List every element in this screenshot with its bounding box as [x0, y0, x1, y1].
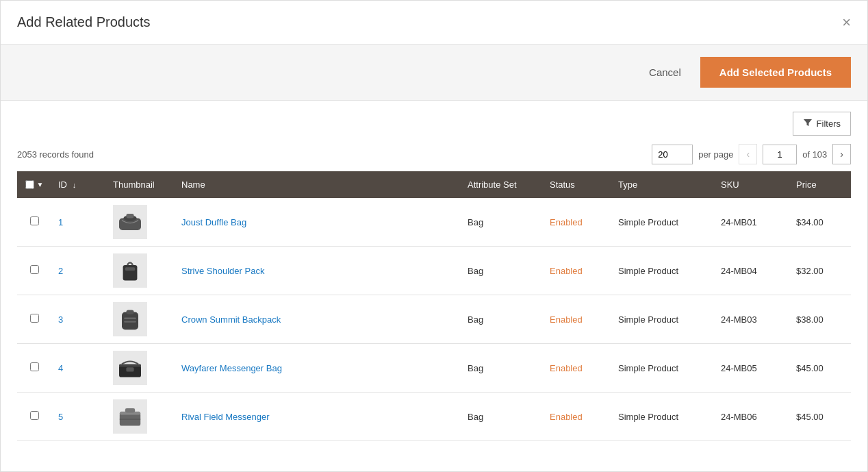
svg-rect-7 [124, 318, 136, 319]
row-attribute-set: Bag [461, 295, 543, 344]
row-price: $45.00 [789, 344, 851, 393]
row-thumbnail [106, 344, 175, 393]
row-thumbnail [106, 393, 175, 441]
close-button[interactable]: × [842, 15, 851, 30]
row-status: Enabled [543, 247, 611, 295]
row-price: $32.00 [789, 247, 851, 295]
row-price: $45.00 [789, 393, 851, 441]
th-status: Status [543, 171, 611, 198]
table-row: 3 Crown Summit Backpack Bag Enabled Simp… [17, 295, 851, 344]
row-price: $38.00 [789, 295, 851, 344]
svg-rect-6 [126, 310, 133, 314]
product-name-link[interactable]: Joust Duffle Bag [181, 217, 246, 227]
row-status: Enabled [543, 393, 611, 441]
filters-label: Filters [817, 119, 841, 129]
row-thumbnail [106, 247, 175, 295]
th-attribute-set: Attribute Set [461, 171, 543, 198]
page-number-input[interactable] [763, 145, 797, 164]
row-checkbox-5[interactable] [30, 411, 39, 420]
thumbnail-image [113, 253, 147, 288]
row-sku: 24-MB01 [714, 198, 789, 247]
modal-title: Add Related Products [17, 14, 151, 30]
thumbnail-image [113, 351, 147, 385]
th-name: Name [175, 171, 461, 198]
row-id: 4 [51, 344, 106, 393]
row-checkbox-cell [17, 198, 51, 247]
filters-button[interactable]: Filters [793, 112, 851, 136]
cancel-button[interactable]: Cancel [638, 61, 692, 84]
th-sku: SKU [714, 171, 789, 198]
row-checkbox-3[interactable] [30, 314, 39, 323]
row-sku: 24-MB04 [714, 247, 789, 295]
svg-rect-2 [126, 214, 133, 218]
row-id: 5 [51, 393, 106, 441]
per-page-select[interactable]: 20 50 100 [652, 145, 693, 164]
row-name: Rival Field Messenger [175, 393, 461, 441]
row-checkbox-cell [17, 247, 51, 295]
top-controls: Filters [17, 112, 851, 136]
th-checkbox: ▼ [17, 171, 51, 198]
thumbnail-image [113, 205, 147, 239]
products-table: ▼ ID ↓ Thumbnail Name Attribute Set Stat… [17, 171, 851, 441]
row-checkbox-cell [17, 393, 51, 441]
row-thumbnail [106, 295, 175, 344]
row-attribute-set: Bag [461, 393, 543, 441]
row-name: Joust Duffle Bag [175, 198, 461, 247]
row-attribute-set: Bag [461, 344, 543, 393]
row-checkbox-cell [17, 344, 51, 393]
product-name-link[interactable]: Strive Shoulder Pack [181, 266, 264, 276]
row-attribute-set: Bag [461, 247, 543, 295]
add-selected-products-button[interactable]: Add Selected Products [700, 57, 851, 88]
prev-page-button[interactable]: ‹ [739, 144, 757, 164]
row-status: Enabled [543, 344, 611, 393]
pagination-bar: 2053 records found 20 50 100 per page ‹ … [17, 144, 851, 164]
table-header-row: ▼ ID ↓ Thumbnail Name Attribute Set Stat… [17, 171, 851, 198]
thumbnail-image [113, 399, 147, 434]
of-pages-label: of 103 [802, 149, 827, 160]
row-name: Strive Shoulder Pack [175, 247, 461, 295]
table-row: 1 Joust Duffle Bag Bag Enabled Simple Pr… [17, 198, 851, 247]
svg-rect-8 [124, 321, 136, 322]
table-row: 5 Rival Field Messenger Bag Enabled Simp… [17, 393, 851, 441]
row-name: Wayfarer Messenger Bag [175, 344, 461, 393]
row-checkbox-4[interactable] [30, 362, 39, 371]
row-type: Simple Product [611, 393, 714, 441]
th-thumbnail: Thumbnail [106, 171, 175, 198]
content-area: Filters 2053 records found 20 50 100 per… [1, 101, 867, 452]
svg-rect-11 [126, 367, 133, 371]
th-type: Type [611, 171, 714, 198]
product-name-link[interactable]: Wayfarer Messenger Bag [181, 363, 282, 373]
row-sku: 24-MB05 [714, 344, 789, 393]
modal-toolbar: Cancel Add Selected Products [1, 45, 867, 101]
product-name-link[interactable]: Rival Field Messenger [181, 412, 270, 422]
row-id: 3 [51, 295, 106, 344]
svg-rect-4 [125, 267, 135, 271]
row-id: 2 [51, 247, 106, 295]
row-type: Simple Product [611, 295, 714, 344]
th-price: Price [789, 171, 851, 198]
records-found: 2053 records found [17, 149, 94, 160]
svg-rect-14 [125, 408, 135, 412]
row-thumbnail [106, 198, 175, 247]
select-all-checkbox[interactable] [25, 180, 34, 189]
row-checkbox-1[interactable] [30, 216, 39, 225]
product-name-link[interactable]: Crown Summit Backpack [181, 314, 281, 325]
row-type: Simple Product [611, 247, 714, 295]
th-id[interactable]: ID ↓ [51, 171, 106, 198]
row-sku: 24-MB03 [714, 295, 789, 344]
next-page-button[interactable]: › [832, 144, 851, 164]
per-page-label: per page [698, 149, 733, 160]
table-row: 4 Wayfarer Messenger Bag Bag Enabled Sim… [17, 344, 851, 393]
row-id: 1 [51, 198, 106, 247]
filter-icon [803, 118, 813, 129]
row-checkbox-cell [17, 295, 51, 344]
row-price: $34.00 [789, 198, 851, 247]
row-type: Simple Product [611, 198, 714, 247]
modal-container: Add Related Products × Cancel Add Select… [0, 0, 868, 472]
chevron-down-icon[interactable]: ▼ [37, 181, 44, 188]
table-body: 1 Joust Duffle Bag Bag Enabled Simple Pr… [17, 198, 851, 441]
row-name: Crown Summit Backpack [175, 295, 461, 344]
table-row: 2 Strive Shoulder Pack Bag Enabled Simpl… [17, 247, 851, 295]
row-checkbox-2[interactable] [30, 265, 39, 274]
thumbnail-image [113, 302, 147, 336]
